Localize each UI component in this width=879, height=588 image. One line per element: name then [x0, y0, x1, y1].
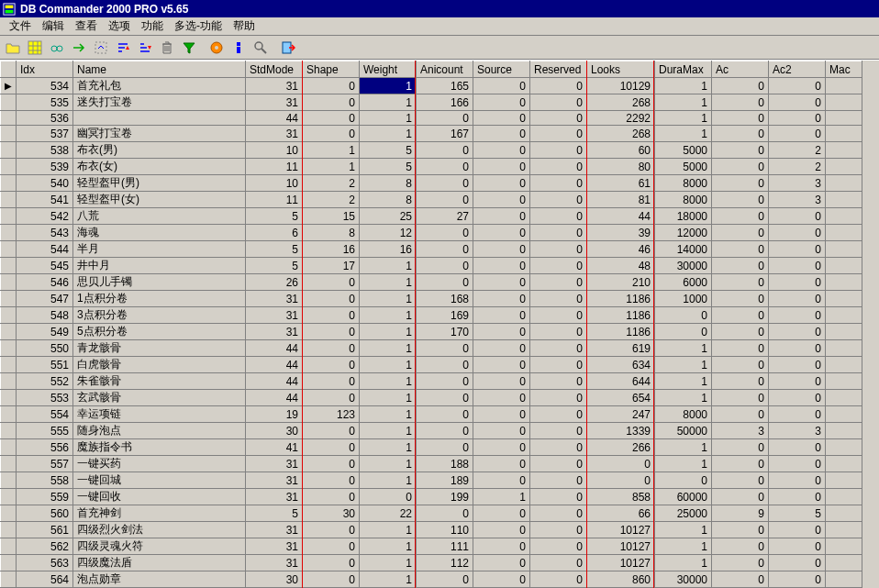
- cell-StdMode[interactable]: 19: [246, 406, 303, 423]
- cell-Mac[interactable]: [826, 406, 862, 423]
- info-icon[interactable]: [228, 38, 249, 58]
- cell-Looks[interactable]: 48: [587, 258, 655, 274]
- cell-Looks[interactable]: 0: [587, 456, 655, 472]
- trash-icon[interactable]: [157, 38, 177, 58]
- cell-DuraMax[interactable]: 25000: [655, 505, 712, 522]
- cell-Shape[interactable]: 0: [303, 439, 360, 456]
- cell-Looks[interactable]: 654: [587, 390, 655, 406]
- cell-DuraMax[interactable]: 8000: [655, 406, 712, 423]
- cell-Ac[interactable]: 0: [712, 390, 769, 406]
- cell-Weight[interactable]: 1: [360, 357, 417, 373]
- cell-Mac[interactable]: [826, 111, 862, 126]
- cell-Name[interactable]: 5点积分卷: [73, 324, 246, 340]
- cell-Weight[interactable]: 1: [360, 571, 417, 588]
- cell-Anicount[interactable]: 0: [417, 439, 473, 456]
- cell-Anicount[interactable]: 0: [417, 225, 473, 241]
- cell-Anicount[interactable]: 199: [417, 489, 473, 505]
- cell-Ac2[interactable]: 0: [769, 126, 826, 142]
- col-header-Looks[interactable]: Looks: [587, 61, 655, 78]
- cell-Shape[interactable]: 0: [303, 390, 360, 406]
- cell-DuraMax[interactable]: 1: [655, 456, 712, 472]
- cell-Source[interactable]: 0: [473, 258, 530, 274]
- table-row[interactable]: 5495点积分卷3101170001186000: [1, 324, 862, 340]
- cell-Idx[interactable]: 560: [17, 505, 73, 522]
- cell-Source[interactable]: 0: [473, 159, 530, 175]
- cell-Anicount[interactable]: 0: [417, 340, 473, 357]
- cell-Reserved[interactable]: 0: [530, 555, 587, 571]
- cell-Looks[interactable]: 61: [587, 175, 655, 192]
- cell-Name[interactable]: 随身泡点: [73, 423, 246, 439]
- cell-rowhdr[interactable]: [1, 241, 17, 258]
- cell-rowhdr[interactable]: [1, 555, 17, 571]
- cell-Ac2[interactable]: 0: [769, 241, 826, 258]
- cell-Looks[interactable]: 10127: [587, 522, 655, 538]
- cell-DuraMax[interactable]: 1: [655, 78, 712, 94]
- cell-Weight[interactable]: 1: [360, 291, 417, 307]
- table-row[interactable]: 562四级灵魂火符31011110010127100: [1, 538, 862, 555]
- data-grid[interactable]: IdxNameStdModeShapeWeightAnicountSourceR…: [0, 61, 862, 588]
- cell-Name[interactable]: 一键回收: [73, 489, 246, 505]
- cell-Ac2[interactable]: 0: [769, 456, 826, 472]
- cell-Source[interactable]: 0: [473, 94, 530, 111]
- cell-Idx[interactable]: 547: [17, 291, 73, 307]
- cell-Name[interactable]: 轻型盔甲(男): [73, 175, 246, 192]
- menu-3[interactable]: 选项: [103, 17, 136, 36]
- cell-Looks[interactable]: 10127: [587, 538, 655, 555]
- col-header-Ac[interactable]: Ac: [712, 61, 769, 78]
- cell-StdMode[interactable]: 5: [246, 208, 303, 225]
- cell-Idx[interactable]: 561: [17, 522, 73, 538]
- cell-DuraMax[interactable]: 1: [655, 522, 712, 538]
- cell-Source[interactable]: 0: [473, 538, 530, 555]
- cell-Name[interactable]: 首充礼包: [73, 78, 246, 94]
- cell-rowhdr[interactable]: [1, 522, 17, 538]
- cell-DuraMax[interactable]: 8000: [655, 192, 712, 208]
- cell-Ac2[interactable]: 0: [769, 111, 826, 126]
- cell-Anicount[interactable]: 0: [417, 241, 473, 258]
- cell-Looks[interactable]: 634: [587, 357, 655, 373]
- cell-Name[interactable]: 魔族指令书: [73, 439, 246, 456]
- cell-Ac2[interactable]: 0: [769, 274, 826, 291]
- cell-Ac2[interactable]: 2: [769, 159, 826, 175]
- cell-Reserved[interactable]: 0: [530, 192, 587, 208]
- cell-Ac[interactable]: 0: [712, 175, 769, 192]
- cell-Idx[interactable]: 555: [17, 423, 73, 439]
- table-row[interactable]: 53644010002292100: [1, 111, 862, 126]
- cell-Reserved[interactable]: 0: [530, 258, 587, 274]
- cell-StdMode[interactable]: 26: [246, 274, 303, 291]
- cell-Source[interactable]: 0: [473, 472, 530, 489]
- col-header-rowhdr[interactable]: [1, 61, 17, 78]
- cell-Ac[interactable]: 9: [712, 505, 769, 522]
- cell-Ac[interactable]: 0: [712, 159, 769, 175]
- cell-Weight[interactable]: 1: [360, 373, 417, 390]
- cell-Name[interactable]: 朱雀骸骨: [73, 373, 246, 390]
- col-header-Ac2[interactable]: Ac2: [769, 61, 826, 78]
- cell-Weight[interactable]: 8: [360, 175, 417, 192]
- cell-Ac2[interactable]: 0: [769, 489, 826, 505]
- cell-Name[interactable]: 布衣(女): [73, 159, 246, 175]
- cell-Looks[interactable]: 247: [587, 406, 655, 423]
- cell-Ac2[interactable]: 0: [769, 225, 826, 241]
- cell-Anicount[interactable]: 0: [417, 274, 473, 291]
- cell-Idx[interactable]: 536: [17, 111, 73, 126]
- cell-Mac[interactable]: [826, 241, 862, 258]
- table-row[interactable]: 556魔族指令书4101000266100: [1, 439, 862, 456]
- cell-Ac[interactable]: 0: [712, 274, 769, 291]
- cell-Reserved[interactable]: 0: [530, 571, 587, 588]
- cell-StdMode[interactable]: 30: [246, 571, 303, 588]
- cell-Ac2[interactable]: 0: [769, 324, 826, 340]
- cell-Ac2[interactable]: 0: [769, 208, 826, 225]
- sort-desc-icon[interactable]: [135, 38, 155, 58]
- cell-Weight[interactable]: 1: [360, 555, 417, 571]
- table-row[interactable]: 561四级烈火剑法31011100010127100: [1, 522, 862, 538]
- cell-Mac[interactable]: [826, 390, 862, 406]
- col-header-DuraMax[interactable]: DuraMax: [655, 61, 712, 78]
- cell-Shape[interactable]: 0: [303, 522, 360, 538]
- cell-StdMode[interactable]: 5: [246, 505, 303, 522]
- cell-Source[interactable]: 0: [473, 78, 530, 94]
- cell-Looks[interactable]: 619: [587, 340, 655, 357]
- cell-Name[interactable]: 青龙骸骨: [73, 340, 246, 357]
- cell-Anicount[interactable]: 168: [417, 291, 473, 307]
- cell-Shape[interactable]: 16: [303, 241, 360, 258]
- cell-DuraMax[interactable]: 6000: [655, 274, 712, 291]
- cell-Looks[interactable]: 81: [587, 192, 655, 208]
